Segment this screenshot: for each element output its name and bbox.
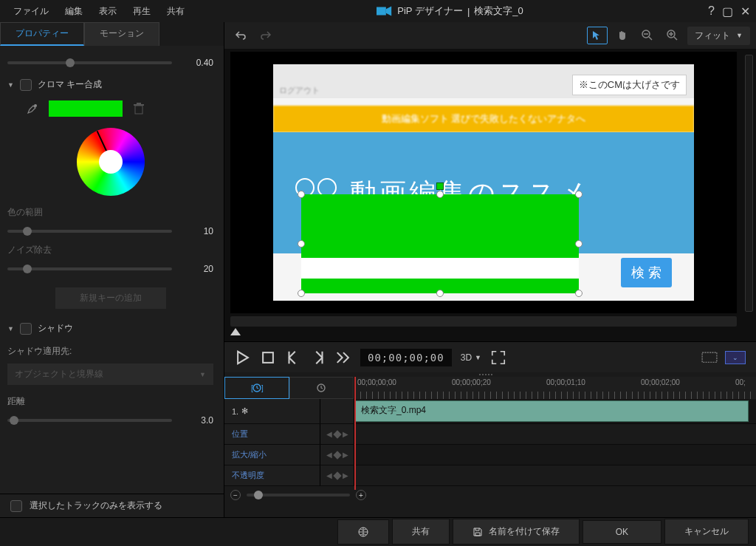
- zoom-out-icon[interactable]: −: [230, 490, 241, 500]
- preview-canvas[interactable]: ログアウト ※このCMは大げさです 動画編集ソフト 選びで失敗したくないアナタへ…: [230, 52, 737, 313]
- cancel-button[interactable]: キャンセル: [664, 519, 749, 545]
- pip-resize-handle[interactable]: [298, 240, 305, 248]
- timeline-mode-frame[interactable]: [289, 377, 354, 399]
- hand-tool-icon[interactable]: [612, 27, 633, 44]
- fullscreen-icon[interactable]: [490, 349, 506, 366]
- pip-resize-handle[interactable]: [298, 191, 305, 198]
- chevron-down-icon: ▼: [199, 371, 206, 378]
- fit-dropdown[interactable]: フィット ▼: [687, 27, 750, 45]
- svg-rect-3: [134, 104, 144, 106]
- svg-rect-2: [135, 106, 142, 114]
- timeline-zoom: − +: [224, 486, 756, 504]
- preview-area: ログアウト ※このCMは大げさです 動画編集ソフト 選びで失敗したくないアナタへ…: [224, 49, 756, 341]
- pip-resize-handle[interactable]: [575, 240, 583, 248]
- collapse-timeline-icon[interactable]: ⌄: [725, 351, 746, 364]
- ok-button[interactable]: OK: [583, 520, 662, 544]
- svg-point-1: [34, 104, 37, 107]
- chroma-title: クロマ キー合成: [38, 78, 102, 91]
- distance-slider[interactable]: [7, 419, 172, 422]
- menu-edit[interactable]: 編集: [58, 2, 90, 21]
- pip-resize-handle[interactable]: [298, 290, 305, 297]
- pip-resize-handle[interactable]: [436, 290, 444, 297]
- save-as-button[interactable]: 名前を付けて保存: [453, 519, 580, 545]
- safe-area-icon[interactable]: [701, 349, 718, 366]
- app-icon: [377, 5, 393, 17]
- property-scroll[interactable]: 0.40 ▼ クロマ キー合成: [0, 46, 224, 494]
- chevron-down-icon: ▼: [736, 32, 743, 39]
- redo-icon[interactable]: [255, 27, 276, 44]
- menu-file[interactable]: ファイル: [6, 2, 56, 21]
- tab-motion[interactable]: モーション: [84, 22, 159, 46]
- keyframe-nav[interactable]: ◀▶: [320, 424, 354, 444]
- help-icon[interactable]: ?: [708, 4, 715, 18]
- menu-share[interactable]: 共有: [159, 2, 192, 21]
- pip-resize-handle[interactable]: [436, 191, 444, 198]
- timeline-ruler[interactable]: 00;00;00;00 00;00;00;20 00;00;01;10 00;0…: [354, 377, 756, 399]
- play-icon[interactable]: [235, 349, 251, 366]
- noise-slider[interactable]: [7, 267, 172, 270]
- top-slider-value: 0.40: [179, 58, 213, 68]
- timecode[interactable]: 00;00;00;00: [360, 349, 452, 366]
- chroma-checkbox[interactable]: [20, 79, 32, 91]
- keyframe-nav[interactable]: ◀▶: [320, 465, 354, 485]
- preview-hscrollbar[interactable]: [230, 316, 737, 327]
- chroma-color-swatch[interactable]: [49, 100, 123, 117]
- color-wheel[interactable]: [77, 128, 145, 196]
- chroma-section-head[interactable]: ▼ クロマ キー合成: [7, 78, 213, 91]
- show-selected-only-checkbox[interactable]: [10, 500, 22, 512]
- window-title: PiP デザイナー | 検索文字_0: [192, 4, 708, 18]
- share-button[interactable]: 共有: [392, 519, 450, 545]
- left-tabs: プロパティー モーション: [0, 22, 224, 46]
- eyedropper-icon[interactable]: [24, 100, 41, 117]
- keyframe-nav[interactable]: ◀▶: [320, 445, 354, 465]
- main-menu: ファイル 編集 表示 再生 共有: [6, 2, 192, 21]
- svg-text:]: ]: [261, 384, 264, 392]
- footer: 共有 名前を付けて保存 OK キャンセル: [0, 517, 756, 545]
- close-icon[interactable]: ✕: [740, 4, 750, 18]
- zoom-in-icon[interactable]: [662, 27, 683, 44]
- stop-icon[interactable]: [260, 349, 276, 366]
- fast-forward-icon[interactable]: [335, 349, 351, 366]
- top-slider[interactable]: [7, 61, 172, 64]
- next-frame-icon[interactable]: [310, 349, 326, 366]
- svg-rect-13: [702, 352, 717, 362]
- svg-rect-12: [263, 352, 273, 363]
- shadow-target-label: シャドウ適用先:: [7, 345, 213, 358]
- chevron-down-icon: ▼: [7, 325, 14, 332]
- menu-play[interactable]: 再生: [126, 2, 158, 21]
- trash-icon[interactable]: [130, 100, 148, 117]
- pip-rotation-handle[interactable]: [436, 182, 444, 190]
- tab-property[interactable]: プロパティー: [0, 22, 84, 46]
- color-range-value: 10: [179, 226, 213, 236]
- move-tool-icon[interactable]: [587, 27, 608, 44]
- undo-icon[interactable]: [230, 27, 251, 44]
- shadow-checkbox[interactable]: [20, 323, 32, 335]
- preview-content: ログアウト ※このCMは大げさです 動画編集ソフト 選びで失敗したくないアナタへ…: [273, 64, 694, 301]
- titlebar: ファイル 編集 表示 再生 共有 PiP デザイナー | 検索文字_0 ? ▢ …: [0, 0, 756, 22]
- prev-frame-icon[interactable]: [285, 349, 301, 366]
- shadow-section-head[interactable]: ▼ シャドウ: [7, 322, 213, 335]
- timeline-clip[interactable]: 検索文字_0.mp4: [354, 400, 749, 422]
- pip-resize-handle[interactable]: [575, 191, 583, 198]
- pip-object[interactable]: [301, 194, 579, 293]
- shadow-target-select[interactable]: オブジェクトと境界線 ▼: [7, 364, 213, 385]
- timeline: [] 00;00;00;00 00;00;00;20 00;00;01;10 0…: [224, 377, 756, 517]
- zoom-out-icon[interactable]: [637, 27, 658, 44]
- timeline-track-opacity: 不透明度 ◀▶: [224, 465, 756, 486]
- pip-resize-handle[interactable]: [575, 290, 583, 297]
- shadow-title: シャドウ: [38, 322, 73, 335]
- window-controls: ? ▢ ✕: [708, 4, 750, 18]
- preview-vscrollbar[interactable]: [745, 55, 753, 312]
- color-range-slider[interactable]: [7, 230, 172, 233]
- zoom-in-icon[interactable]: +: [356, 490, 366, 500]
- timeline-playhead[interactable]: [354, 377, 356, 490]
- color-wheel-needle[interactable]: [96, 131, 111, 163]
- 3d-dropdown[interactable]: 3D ▼: [461, 352, 481, 363]
- preview-playhead-icon[interactable]: [230, 328, 241, 335]
- zoom-slider[interactable]: [247, 494, 350, 496]
- timeline-mode-clock[interactable]: []: [224, 377, 289, 399]
- distance-label: 距離: [7, 395, 213, 408]
- globe-button[interactable]: [337, 519, 389, 545]
- menu-view[interactable]: 表示: [92, 2, 124, 21]
- maximize-icon[interactable]: ▢: [722, 4, 733, 18]
